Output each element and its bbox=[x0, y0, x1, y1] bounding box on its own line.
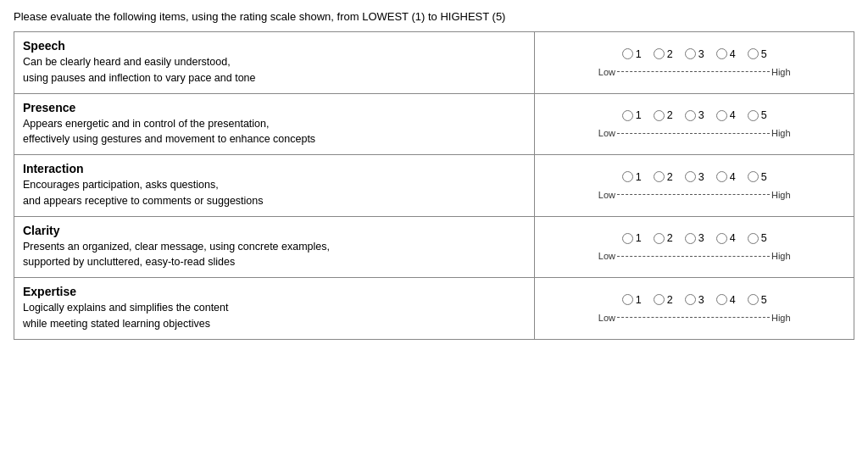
radio-option-expertise-1[interactable]: 1 bbox=[622, 294, 642, 306]
radio-option-speech-2[interactable]: 2 bbox=[654, 48, 673, 60]
radio-label-expertise-5: 5 bbox=[761, 294, 767, 306]
scale-low-speech: Low bbox=[598, 67, 615, 77]
radio-label-clarity-1: 1 bbox=[636, 232, 642, 244]
radio-option-presence-3[interactable]: 3 bbox=[685, 109, 704, 121]
scale-line-expertise bbox=[617, 317, 770, 318]
radio-option-clarity-1[interactable]: 1 bbox=[622, 232, 642, 244]
radio-option-expertise-3[interactable]: 3 bbox=[685, 294, 704, 306]
radio-option-clarity-3[interactable]: 3 bbox=[685, 232, 704, 244]
radio-option-expertise-2[interactable]: 2 bbox=[654, 294, 673, 306]
radio-input-expertise-2[interactable] bbox=[654, 294, 665, 305]
scale-line-presence bbox=[617, 133, 770, 134]
radio-input-presence-3[interactable] bbox=[685, 110, 696, 121]
rating-cell-presence[interactable]: 12345LowHigh bbox=[535, 93, 854, 155]
rating-cell-interaction[interactable]: 12345LowHigh bbox=[535, 155, 854, 217]
radio-group-interaction[interactable]: 12345 bbox=[622, 171, 767, 183]
radio-input-presence-5[interactable] bbox=[748, 110, 759, 121]
radio-input-clarity-1[interactable] bbox=[622, 233, 633, 244]
radio-input-expertise-1[interactable] bbox=[622, 294, 633, 305]
radio-option-clarity-5[interactable]: 5 bbox=[748, 232, 767, 244]
radio-option-interaction-1[interactable]: 1 bbox=[622, 171, 642, 183]
rating-cell-expertise[interactable]: 12345LowHigh bbox=[535, 278, 854, 340]
radio-option-presence-5[interactable]: 5 bbox=[748, 109, 767, 121]
radio-input-interaction-1[interactable] bbox=[622, 171, 633, 182]
radio-input-clarity-5[interactable] bbox=[748, 233, 759, 244]
scale-low-clarity: Low bbox=[598, 251, 615, 261]
scale-label-presence: LowHigh bbox=[598, 128, 791, 138]
radio-input-presence-4[interactable] bbox=[716, 110, 727, 121]
scale-label-expertise: LowHigh bbox=[598, 313, 791, 323]
radio-option-expertise-4[interactable]: 4 bbox=[716, 294, 736, 306]
scale-high-expertise: High bbox=[771, 313, 791, 323]
radio-option-interaction-5[interactable]: 5 bbox=[748, 171, 767, 183]
radio-label-presence-3: 3 bbox=[698, 109, 704, 121]
radio-input-expertise-4[interactable] bbox=[716, 294, 727, 305]
scale-high-presence: High bbox=[771, 128, 791, 138]
rating-cell-clarity[interactable]: 12345LowHigh bbox=[535, 216, 854, 278]
radio-option-interaction-2[interactable]: 2 bbox=[654, 171, 673, 183]
radio-option-clarity-2[interactable]: 2 bbox=[654, 232, 673, 244]
category-title-interaction: Interaction bbox=[23, 162, 526, 175]
radio-input-presence-1[interactable] bbox=[622, 110, 633, 121]
table-row-speech: SpeechCan be clearly heard and easily un… bbox=[14, 32, 854, 94]
radio-group-expertise[interactable]: 12345 bbox=[622, 294, 767, 306]
radio-input-interaction-4[interactable] bbox=[716, 171, 727, 182]
radio-label-speech-4: 4 bbox=[730, 48, 736, 60]
category-desc-clarity: Presents an organized, clear message, us… bbox=[23, 239, 526, 271]
radio-label-clarity-2: 2 bbox=[667, 232, 673, 244]
radio-option-presence-1[interactable]: 1 bbox=[622, 109, 642, 121]
radio-input-interaction-3[interactable] bbox=[685, 171, 696, 182]
scale-high-interaction: High bbox=[771, 190, 791, 200]
radio-option-speech-4[interactable]: 4 bbox=[716, 48, 736, 60]
radio-group-speech[interactable]: 12345 bbox=[622, 48, 767, 60]
radio-label-speech-3: 3 bbox=[698, 48, 704, 60]
radio-input-speech-1[interactable] bbox=[622, 48, 633, 59]
radio-option-speech-5[interactable]: 5 bbox=[748, 48, 767, 60]
scale-low-interaction: Low bbox=[598, 190, 615, 200]
radio-input-interaction-5[interactable] bbox=[748, 171, 759, 182]
radio-label-interaction-5: 5 bbox=[761, 171, 767, 183]
radio-option-expertise-5[interactable]: 5 bbox=[748, 294, 767, 306]
category-title-expertise: Expertise bbox=[23, 285, 526, 298]
radio-input-interaction-2[interactable] bbox=[654, 171, 665, 182]
radio-input-speech-3[interactable] bbox=[685, 48, 696, 59]
scale-line-clarity bbox=[617, 256, 770, 257]
radio-option-interaction-3[interactable]: 3 bbox=[685, 171, 704, 183]
radio-input-speech-4[interactable] bbox=[716, 48, 727, 59]
radio-option-speech-3[interactable]: 3 bbox=[685, 48, 704, 60]
radio-label-interaction-1: 1 bbox=[636, 171, 642, 183]
radio-group-presence[interactable]: 12345 bbox=[622, 109, 767, 121]
radio-label-speech-5: 5 bbox=[761, 48, 767, 60]
scale-label-interaction: LowHigh bbox=[598, 190, 791, 200]
radio-option-presence-4[interactable]: 4 bbox=[716, 109, 736, 121]
radio-label-interaction-4: 4 bbox=[730, 171, 736, 183]
category-cell-speech: SpeechCan be clearly heard and easily un… bbox=[14, 32, 535, 94]
category-desc-expertise: Logically explains and simplifies the co… bbox=[23, 300, 526, 332]
radio-input-clarity-4[interactable] bbox=[716, 233, 727, 244]
radio-label-interaction-2: 2 bbox=[667, 171, 673, 183]
category-cell-expertise: ExpertiseLogically explains and simplifi… bbox=[14, 278, 535, 340]
radio-label-presence-2: 2 bbox=[667, 109, 673, 121]
radio-input-speech-5[interactable] bbox=[748, 48, 759, 59]
radio-group-clarity[interactable]: 12345 bbox=[622, 232, 767, 244]
radio-input-clarity-2[interactable] bbox=[654, 233, 665, 244]
radio-input-expertise-3[interactable] bbox=[685, 294, 696, 305]
scale-label-clarity: LowHigh bbox=[598, 251, 791, 261]
radio-option-interaction-4[interactable]: 4 bbox=[716, 171, 736, 183]
rating-cell-speech[interactable]: 12345LowHigh bbox=[535, 32, 854, 94]
rating-table: SpeechCan be clearly heard and easily un… bbox=[14, 31, 854, 340]
scale-line-speech bbox=[617, 71, 770, 72]
radio-input-speech-2[interactable] bbox=[654, 48, 665, 59]
radio-label-expertise-4: 4 bbox=[730, 294, 736, 306]
radio-option-presence-2[interactable]: 2 bbox=[654, 109, 673, 121]
radio-label-interaction-3: 3 bbox=[698, 171, 704, 183]
radio-input-presence-2[interactable] bbox=[654, 110, 665, 121]
radio-option-speech-1[interactable]: 1 bbox=[622, 48, 642, 60]
category-title-speech: Speech bbox=[23, 39, 526, 53]
radio-label-clarity-3: 3 bbox=[698, 232, 704, 244]
radio-option-clarity-4[interactable]: 4 bbox=[716, 232, 736, 244]
radio-input-clarity-3[interactable] bbox=[685, 233, 696, 244]
table-row-clarity: ClarityPresents an organized, clear mess… bbox=[14, 216, 854, 278]
intro-text: Please evaluate the following items, usi… bbox=[14, 10, 854, 23]
radio-input-expertise-5[interactable] bbox=[748, 294, 759, 305]
